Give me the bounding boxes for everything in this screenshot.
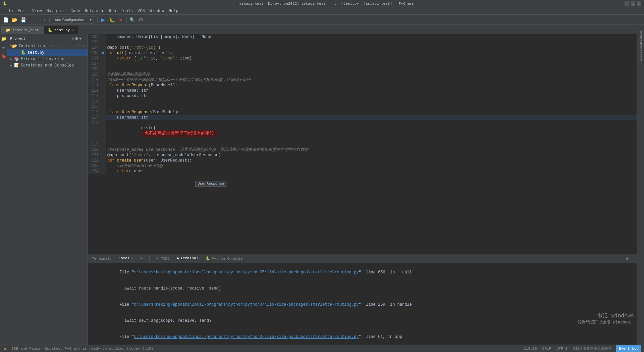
terminal-link-2[interactable]: c:\users\keking\appdata\local\programs\p…: [134, 302, 359, 307]
folder-open-icon: 📂: [12, 44, 17, 49]
status-line-ending[interactable]: CRLF: [541, 347, 552, 351]
code-line-121: 121 @app.post("/user", response_model=Us…: [88, 152, 637, 158]
toolbar-debug-button[interactable]: 🐛: [108, 16, 116, 24]
toolbar-run-button[interactable]: ▶: [100, 16, 107, 24]
file-tab-test-py[interactable]: 🐍 test.py ✕: [43, 26, 78, 34]
right-db-icon[interactable]: Database: [637, 50, 644, 57]
terminal-link-3[interactable]: c:\users\keking\appdata\local\programs\p…: [134, 335, 359, 339]
tree-item-external-libraries[interactable]: ▶ 📚 External Libraries: [7, 56, 88, 62]
menu-edit[interactable]: Edit: [16, 8, 30, 14]
status-right: 116:10 CRLF UTF-8 CSDN·@亚东不会放风机 Event Lo…: [522, 345, 641, 352]
toolbar-stop-button[interactable]: ■: [117, 16, 124, 24]
separator-1: [29, 17, 29, 23]
right-structure-icon[interactable]: Structure: [637, 36, 644, 42]
terminal-add-tab[interactable]: +: [137, 255, 146, 262]
menu-bar: File Edit View Navigate Code Refactor Ru…: [0, 7, 644, 15]
editor-area: 102 images: Union[List[Image], None] = N…: [88, 34, 637, 345]
tab-close-icon[interactable]: ✕: [72, 28, 74, 32]
bottom-close-icon[interactable]: −: [630, 256, 633, 261]
python-console-tab[interactable]: 🐍 Python Console: [202, 255, 246, 262]
code-line-105: 105 ▶ def qtt(id:int,item:Item2):: [88, 50, 637, 56]
code-line-111: 111 class UserRequest(BaseModel):: [88, 83, 637, 88]
bookmark-tool-icon[interactable]: 🔖: [0, 53, 7, 60]
menu-help[interactable]: Help: [167, 8, 180, 14]
tree-collapsed-arrow2-icon: ▶: [10, 63, 14, 68]
editor-empty-space: [88, 174, 637, 187]
code-line-112: 112 username: str: [88, 88, 637, 93]
toolbar-search-button[interactable]: 🔍: [129, 16, 136, 24]
event-log-button[interactable]: Event Log: [616, 345, 641, 352]
terminal-label: Terminal:: [89, 257, 114, 261]
code-line-110: 110 #创建一个有明文密码的输入模型和一个没有明文密码的输出模型，让密码不返回: [88, 77, 637, 83]
bottom-tabs: Terminal: Local ✕ + ≡ TODO ▶ Terminal 🐍 …: [88, 254, 637, 263]
sidebar-gear-icon[interactable]: ⚙: [72, 36, 74, 41]
code-line-104: 104 @app.post('/qtt/{id}'): [88, 45, 637, 50]
menu-vcs[interactable]: VCS: [136, 8, 147, 14]
terminal-link-1[interactable]: c:\users\keking\appdata\local\programs\p…: [134, 270, 359, 275]
close-button[interactable]: ✕: [637, 1, 641, 6]
sidebar-settings-icon[interactable]: ✱: [79, 36, 82, 41]
separator-2: [49, 17, 50, 23]
left-icon-strip: 📁 ≡ 🔖: [0, 34, 7, 345]
menu-refactor[interactable]: Refactor: [83, 8, 106, 14]
app-icon-area: 🐍: [0, 1, 27, 6]
code-line-124: 124 return user: [88, 169, 637, 174]
terminal-content[interactable]: File "c:\users\keking\appdata\local\prog…: [88, 263, 637, 345]
scratches-label: Scratches and Consoles: [21, 63, 74, 68]
structure-tool-icon[interactable]: ≡: [0, 44, 7, 51]
separator-3: [97, 17, 98, 23]
sidebar-gear2-icon[interactable]: ⊞: [75, 36, 78, 41]
code-line-120: 120 #response_model=UserResponse 设置返回模型的…: [88, 147, 637, 152]
editor-tooltip: UserResponse: [195, 181, 226, 187]
sidebar-collapse-icon[interactable]: −: [83, 36, 85, 41]
menu-file[interactable]: File: [1, 8, 15, 14]
project-tool-icon[interactable]: 📁: [0, 36, 7, 42]
terminal-local-tab[interactable]: Local ✕: [115, 255, 136, 262]
window-title: fastapi_test [D:\python2022\fastapi_test…: [27, 2, 625, 6]
code-line-123: 123 #只会返回username信息: [88, 163, 637, 169]
menu-view[interactable]: View: [30, 8, 44, 14]
code-line-106: 106 return {"id": id, "item": item}: [88, 56, 637, 61]
sidebar: Project ⚙ ⊞ ✱ − ▼ 📂 fastapi_test D:\pyth…: [7, 34, 88, 345]
status-encoding[interactable]: UTF-8: [555, 347, 569, 351]
code-line-117: 117 username: str: [88, 115, 637, 120]
toolbar-forward[interactable]: →: [40, 16, 47, 24]
status-position[interactable]: 116:10: [522, 347, 538, 351]
code-line-116: 116 class UserResponse(BaseModel):: [88, 109, 637, 115]
status-warning-icon[interactable]: ▲: [3, 347, 8, 351]
menu-code[interactable]: Code: [68, 8, 82, 14]
tree-item-test-py[interactable]: 🐍 test.py: [7, 49, 88, 56]
menu-tools[interactable]: Tools: [119, 8, 135, 14]
bottom-settings-icon[interactable]: ⚙: [626, 256, 629, 261]
terminal-line-1: File "c:\users\keking\appdata\local\prog…: [91, 264, 634, 280]
code-line-107: 107: [88, 61, 637, 67]
terminal-icon: ▶: [177, 256, 179, 260]
tree-item-fastapi-test[interactable]: ▼ 📂 fastapi_test D:\python2022\fastapi_t…: [7, 43, 88, 49]
terminal-main-tab[interactable]: ▶ Terminal: [174, 255, 202, 262]
toolbar-settings-button[interactable]: ⚙: [138, 16, 145, 24]
todo-tab[interactable]: ≡ TODO: [153, 255, 173, 262]
file-icon: 🐍: [48, 28, 52, 32]
minimize-button[interactable]: –: [625, 1, 629, 6]
toolbar-back[interactable]: ←: [31, 16, 39, 24]
toolbar-new-file[interactable]: 📄: [2, 16, 9, 24]
bottom-panel: Terminal: Local ✕ + ≡ TODO ▶ Terminal 🐍 …: [88, 254, 637, 345]
right-icon-strip: Structure Database: [637, 34, 644, 345]
code-container[interactable]: 102 images: Union[List[Image], None] = N…: [88, 34, 637, 254]
add-configuration-button[interactable]: Add Configuration… ▼: [52, 16, 95, 24]
menu-run[interactable]: Run: [107, 8, 118, 14]
tree-item-scratches[interactable]: ▶ 📝 Scratches and Consoles: [7, 62, 88, 69]
project-breadcrumb[interactable]: 📁 fastapi_test: [1, 26, 43, 34]
separator-4: [126, 17, 127, 23]
menu-window[interactable]: Window: [148, 8, 166, 14]
toolbar-open[interactable]: 📂: [11, 16, 18, 24]
menu-navigate[interactable]: Navigate: [44, 8, 68, 14]
tree-collapsed-arrow-icon: ▶: [10, 57, 14, 61]
toolbar-save[interactable]: 💾: [19, 16, 27, 24]
terminal-line-2: await route.handle(scope, receive, send): [91, 280, 634, 297]
terminal-tab-close-icon[interactable]: ✕: [131, 256, 133, 260]
terminal-line-4: await self.app(scope, receive, send): [91, 313, 634, 329]
maximize-button[interactable]: □: [631, 1, 635, 6]
sidebar-header: Project ⚙ ⊞ ✱ −: [7, 34, 88, 43]
bottom-tab-group: Terminal: Local ✕ + ≡ TODO ▶ Terminal 🐍 …: [89, 255, 246, 262]
